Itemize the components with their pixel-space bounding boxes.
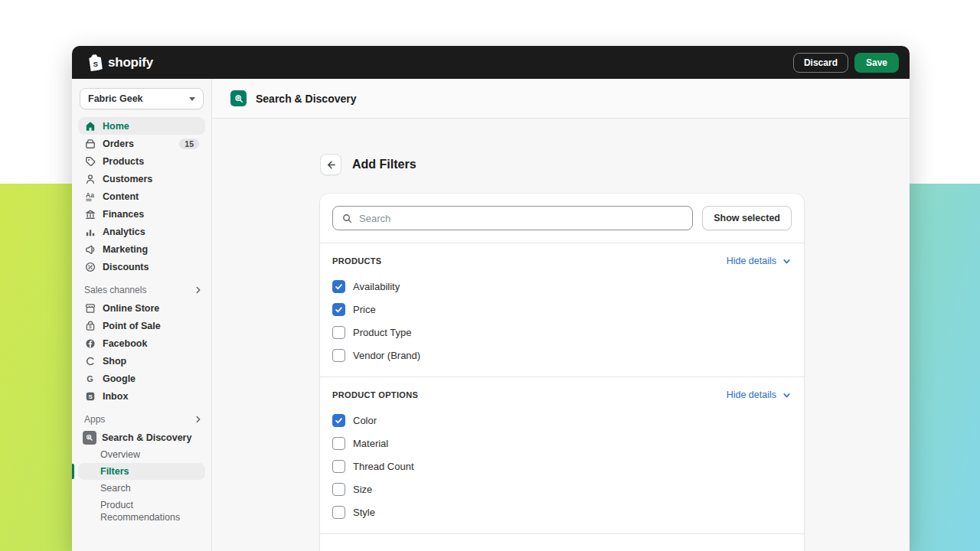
sidebar-item-online-store[interactable]: Online Store xyxy=(78,299,205,317)
active-indicator-bar xyxy=(72,464,74,479)
shopify-admin-window: S shopify Discard Save Fabric Geek Home xyxy=(72,46,910,551)
products-icon xyxy=(84,155,96,168)
filter-option-row: Style xyxy=(332,505,792,520)
hide-details-toggle[interactable]: Hide details xyxy=(727,390,792,400)
sidebar-item-shop[interactable]: Shop xyxy=(78,352,205,370)
topbar-actions: Discard Save xyxy=(793,53,899,73)
show-selected-button[interactable]: Show selected xyxy=(702,206,792,230)
chevron-right-icon xyxy=(193,285,204,295)
page-title: Add Filters xyxy=(352,158,416,171)
section-product-options: PRODUCT OPTIONS Hide details Color xyxy=(320,377,804,533)
checkbox-product-type[interactable] xyxy=(332,326,345,339)
sidebar-item-label: Facebook xyxy=(103,338,147,349)
sidebar-item-search-discovery[interactable]: Search & Discovery xyxy=(78,429,205,446)
sidebar-item-marketing[interactable]: Marketing xyxy=(78,240,205,258)
shopify-bag-icon: S xyxy=(87,54,104,72)
search-discovery-app-icon xyxy=(83,431,96,445)
discard-button[interactable]: Discard xyxy=(793,53,848,73)
sidebar-item-home[interactable]: Home xyxy=(78,117,205,135)
page-content: Add Filters Show selected PRO xyxy=(320,154,804,551)
sidebar-item-point-of-sale[interactable]: S Point of Sale xyxy=(78,317,205,334)
sidebar-item-label: Shop xyxy=(103,356,126,367)
filter-option-row: Price xyxy=(332,302,792,317)
filter-option-row: Material xyxy=(332,436,792,451)
svg-text:S: S xyxy=(89,393,93,400)
analytics-icon xyxy=(84,226,96,238)
marketing-icon xyxy=(84,243,96,256)
sidebar-item-label: Home xyxy=(103,121,129,132)
sidebar-item-label: Content xyxy=(103,191,139,202)
filter-option-label: Vendor (Brand) xyxy=(353,350,420,361)
subitem-label: Search xyxy=(100,483,131,494)
filter-option-label: Material xyxy=(353,438,388,449)
inbox-icon: S xyxy=(84,390,96,403)
shopify-wordmark: shopify xyxy=(108,55,153,70)
checkbox-style[interactable] xyxy=(332,506,345,519)
filter-option-row: Vendor (Brand) xyxy=(332,348,792,363)
sidebar-item-analytics[interactable]: Analytics xyxy=(78,223,205,240)
hide-details-label: Hide details xyxy=(727,390,776,400)
hide-details-toggle[interactable]: Hide details xyxy=(727,256,792,266)
section-partial-cutoff xyxy=(320,534,804,551)
sidebar-subitem-search[interactable]: Search xyxy=(78,480,205,497)
sidebar-item-orders[interactable]: Orders 15 xyxy=(78,135,205,152)
point-of-sale-icon: S xyxy=(84,320,96,332)
filter-option-label: Size xyxy=(353,484,372,495)
back-button[interactable] xyxy=(320,154,341,175)
orders-icon xyxy=(84,138,96,150)
filter-option-label: Thread Count xyxy=(353,461,414,472)
checkbox-thread-count[interactable] xyxy=(332,460,345,473)
shop-icon xyxy=(84,355,96,367)
search-row: Show selected xyxy=(320,194,804,243)
checkbox-size[interactable] xyxy=(332,483,345,496)
checkbox-vendor-brand[interactable] xyxy=(332,349,345,362)
apps-header[interactable]: Apps xyxy=(72,414,211,425)
subitem-label: Filters xyxy=(100,466,129,477)
sidebar-subitem-product-recommendations[interactable]: Product Recommendations xyxy=(78,497,205,527)
svg-text:S: S xyxy=(93,59,99,67)
filter-option-row: Availability xyxy=(332,279,792,294)
svg-text:S: S xyxy=(89,324,92,329)
sidebar-item-facebook[interactable]: Facebook xyxy=(78,334,205,352)
content-icon: Aa xyxy=(84,191,96,203)
sidebar-item-label: Online Store xyxy=(103,303,159,314)
sidebar-item-label: Marketing xyxy=(103,244,148,255)
store-name: Fabric Geek xyxy=(88,93,143,104)
checkbox-availability[interactable] xyxy=(332,280,345,293)
main-area: Search & Discovery Add Filters Sh xyxy=(212,79,910,551)
checkbox-color[interactable] xyxy=(332,414,345,427)
sales-channels-label: Sales channels xyxy=(84,285,146,295)
sidebar-subitem-filters[interactable]: Filters xyxy=(78,463,205,480)
filter-option-label: Availability xyxy=(353,281,400,292)
shopify-logo: S shopify xyxy=(87,54,153,72)
facebook-icon xyxy=(84,337,96,350)
filter-option-label: Style xyxy=(353,507,375,518)
sales-channels-nav: Online Store S Point of Sale Facebook xyxy=(72,299,211,405)
checkbox-price[interactable] xyxy=(332,303,345,316)
caret-down-icon xyxy=(189,97,195,101)
sidebar-item-discounts[interactable]: Discounts xyxy=(78,258,205,276)
filter-option-label: Product Type xyxy=(353,327,411,338)
filters-card: Show selected PRODUCTS Hide details xyxy=(320,194,804,551)
search-field[interactable] xyxy=(332,206,693,230)
sidebar-item-inbox[interactable]: S Inbox xyxy=(78,387,205,405)
apps-nav: Search & Discovery Overview Filters Sear… xyxy=(72,429,211,527)
subitem-label: Product Recommendations xyxy=(100,499,191,524)
sidebar-item-label: Customers xyxy=(103,174,152,184)
online-store-icon xyxy=(84,302,96,315)
sidebar-item-content[interactable]: Aa Content xyxy=(78,187,205,205)
sidebar-item-google[interactable]: G Google xyxy=(78,370,205,387)
save-button[interactable]: Save xyxy=(854,53,899,73)
finances-icon xyxy=(84,208,96,220)
chevron-down-icon xyxy=(782,256,792,266)
sales-channels-header[interactable]: Sales channels xyxy=(72,285,211,295)
sidebar-subitem-overview[interactable]: Overview xyxy=(78,446,205,463)
sidebar-item-customers[interactable]: Customers xyxy=(78,170,205,187)
store-selector[interactable]: Fabric Geek xyxy=(80,88,204,109)
sidebar-item-finances[interactable]: Finances xyxy=(78,205,205,223)
filter-option-label: Price xyxy=(353,304,376,315)
checkbox-material[interactable] xyxy=(332,437,345,450)
sidebar-item-products[interactable]: Products xyxy=(78,152,205,170)
search-input[interactable] xyxy=(359,213,684,224)
sidebar-item-label: Finances xyxy=(103,209,144,220)
